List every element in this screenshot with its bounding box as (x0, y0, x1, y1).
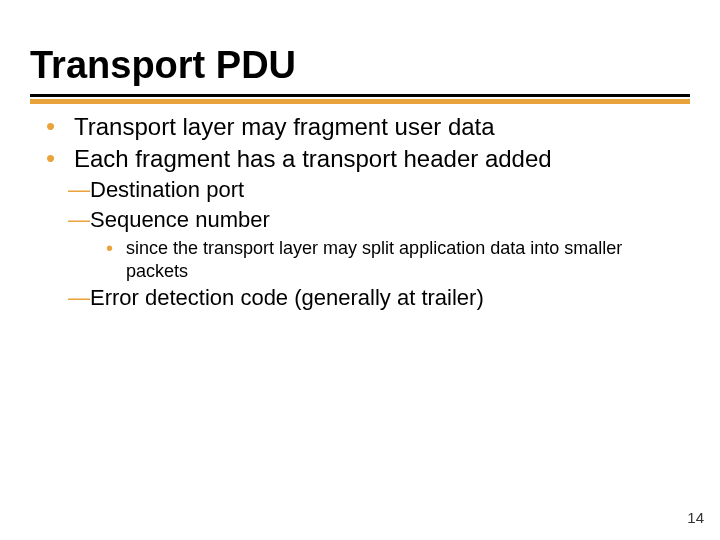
sub-bullet-item: —Error detection code (generally at trai… (68, 284, 686, 312)
dash-icon: — (68, 206, 86, 234)
slide: Transport PDU • Transport layer may frag… (0, 0, 720, 540)
bullet-text: Each fragment has a transport header add… (74, 145, 552, 172)
sub-bullet-text: Sequence number (90, 207, 270, 232)
bullet-item: • Each fragment has a transport header a… (46, 144, 686, 174)
bullet-icon: • (46, 113, 55, 139)
sub-sub-bullet-item: • since the transport layer may split ap… (106, 237, 686, 282)
bullet-icon: • (46, 145, 55, 171)
title-underline-black (30, 94, 690, 97)
sub-bullet-item: —Sequence number (68, 206, 686, 234)
sub-bullet-item: —Destination port (68, 176, 686, 204)
bullet-icon: • (106, 238, 113, 258)
slide-body: • Transport layer may fragment user data… (46, 112, 686, 312)
page-number: 14 (687, 509, 704, 526)
slide-title: Transport PDU (30, 46, 690, 86)
sub-bullet-text: Error detection code (generally at trail… (90, 285, 484, 310)
bullet-text: Transport layer may fragment user data (74, 113, 495, 140)
sub-sub-bullet-text: since the transport layer may split appl… (126, 238, 622, 281)
dash-icon: — (68, 284, 86, 312)
sub-bullet-text: Destination port (90, 177, 244, 202)
bullet-item: • Transport layer may fragment user data (46, 112, 686, 142)
dash-icon: — (68, 176, 86, 204)
title-underline-orange (30, 99, 690, 104)
